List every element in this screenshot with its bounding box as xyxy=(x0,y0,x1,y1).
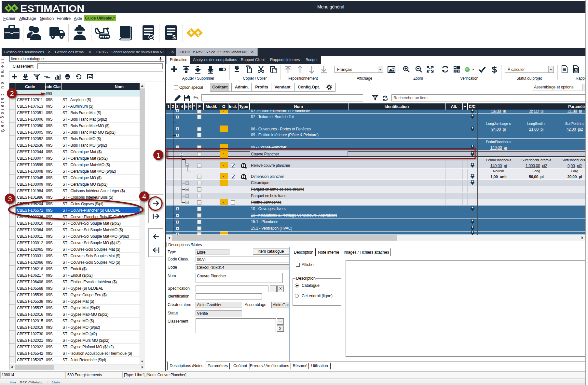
svg-text:3: 3 xyxy=(8,195,12,203)
svg-text:2: 2 xyxy=(10,89,14,98)
svg-text:1: 1 xyxy=(157,151,160,159)
svg-text:4: 4 xyxy=(142,192,146,201)
